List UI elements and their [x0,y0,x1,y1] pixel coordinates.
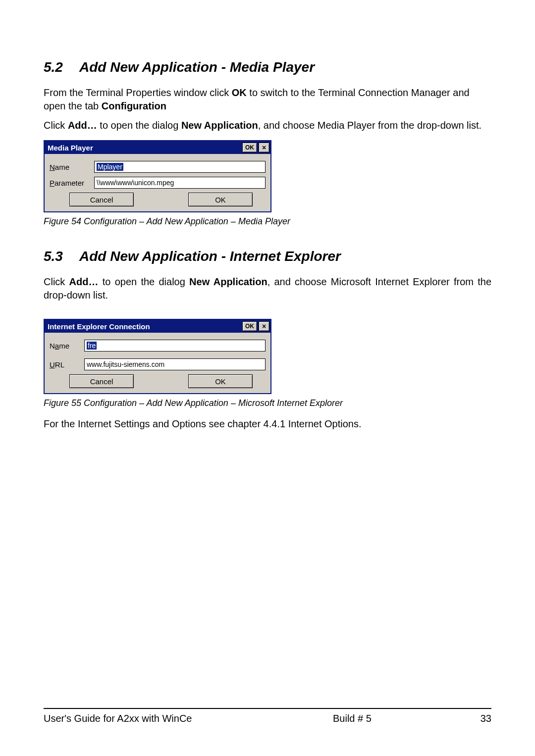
heading-5-2: 5.2Add New Application - Media Player [44,59,491,75]
titlebar-title: Internet Explorer Connection [48,322,242,331]
para-5-3-after: For the Internet Settings and Options se… [44,417,491,431]
titlebar-ok-button[interactable]: OK [242,321,257,331]
figure-54-caption: Figure 54 Configuration – Add New Applic… [44,216,491,227]
page-footer: User's Guide for A2xx with WinCe Build #… [44,708,491,724]
name-label: Name [50,342,84,350]
name-input[interactable]: fre [84,340,266,352]
titlebar-title: Media Player [48,144,242,152]
heading-title: Add New Application - Internet Explorer [79,249,341,264]
ok-icon: OK [245,144,254,151]
titlebar-close-button[interactable]: × [259,321,269,331]
url-input[interactable]: www.fujitsu-siemens.com [84,358,266,370]
ok-button[interactable]: OK [188,374,253,388]
heading-number: 5.2 [44,59,79,75]
close-icon: × [262,323,266,330]
dialog-ie-connection: Internet Explorer Connection OK × Name [44,319,271,394]
heading-number: 5.3 [44,249,79,264]
footer-left: User's Guide for A2xx with WinCe [44,713,333,724]
name-input-value: fre [87,342,97,350]
footer-rule [44,708,491,709]
footer-page-number: 33 [462,713,491,724]
heading-title: Add New Application - Media Player [79,59,315,75]
ok-icon: OK [245,323,254,330]
name-label: Name [50,163,94,171]
cancel-button[interactable]: Cancel [69,193,134,206]
name-input-value: Mplayer [97,163,123,171]
close-icon: × [262,144,266,151]
dialog-media-player: Media Player OK × Name Mplayer [44,140,271,212]
ok-button[interactable]: OK [188,193,253,206]
cancel-button[interactable]: Cancel [69,374,134,388]
titlebar: Internet Explorer Connection OK × [45,320,270,333]
titlebar-ok-button[interactable]: OK [242,143,257,152]
url-label: URL [50,360,84,369]
figure-55-caption: Figure 55 Configuration – Add New Applic… [44,398,491,408]
titlebar: Media Player OK × [45,141,270,154]
url-input-value: www.fujitsu-siemens.com [87,360,164,368]
titlebar-close-button[interactable]: × [259,143,269,152]
name-input[interactable]: Mplayer [94,161,266,173]
parameter-label: Parameter [50,179,94,187]
parameter-input[interactable]: \\www\www\unicon.mpeg [94,177,266,189]
parameter-input-value: \\www\www\unicon.mpeg [97,179,174,187]
footer-mid: Build # 5 [333,713,462,724]
para-5-2-2: Click Add… to open the dialog New Applic… [44,119,491,132]
para-5-2-1: From the Terminal Properties window clic… [44,86,491,113]
heading-5-3: 5.3Add New Application - Internet Explor… [44,249,491,264]
para-5-3-1: Click Add… to open the dialog New Applic… [44,275,491,302]
